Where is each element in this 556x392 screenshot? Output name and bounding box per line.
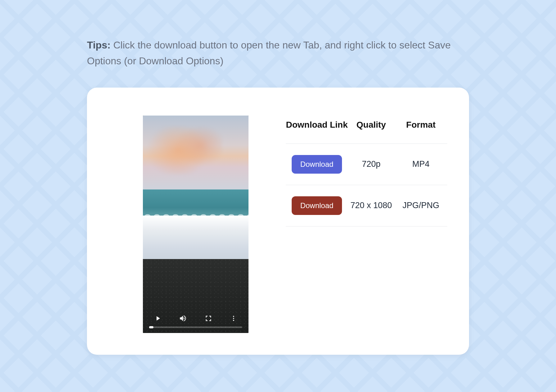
video-controls-row — [147, 313, 244, 323]
page-content: Tips: Click the download button to open … — [0, 0, 556, 373]
download-button[interactable]: Download — [292, 155, 342, 174]
more-icon[interactable] — [229, 313, 239, 323]
svg-point-1 — [233, 318, 234, 319]
tips-label: Tips: — [87, 39, 111, 51]
table-row: Download 720 x 1080 JPG/PNG — [286, 185, 447, 226]
thumbnail-cloud — [148, 126, 222, 174]
video-controls — [147, 308, 244, 328]
thumbnail-foam — [143, 216, 248, 263]
tips-text: Click the download button to open the ne… — [87, 39, 451, 66]
format-value: MP4 — [394, 159, 447, 169]
video-progress-bar[interactable] — [149, 326, 242, 328]
col-header-format: Format — [394, 119, 447, 131]
volume-icon[interactable] — [178, 313, 188, 323]
video-preview[interactable] — [143, 116, 248, 333]
quality-value: 720 x 1080 — [348, 201, 394, 210]
fullscreen-icon[interactable] — [203, 313, 213, 323]
col-header-quality: Quality — [348, 119, 394, 131]
svg-point-0 — [233, 316, 234, 317]
download-button[interactable]: Download — [292, 196, 342, 215]
play-icon[interactable] — [153, 313, 163, 323]
tips-paragraph: Tips: Click the download button to open … — [87, 37, 469, 69]
table-row: Download 720p MP4 — [286, 144, 447, 185]
quality-value: 720p — [348, 159, 394, 169]
download-table: Download Link Quality Format Download 72… — [286, 119, 447, 226]
video-progress-knob — [149, 326, 153, 328]
table-header-row: Download Link Quality Format — [286, 119, 447, 144]
format-value: JPG/PNG — [394, 201, 447, 210]
col-header-link: Download Link — [286, 119, 348, 131]
svg-point-2 — [233, 320, 234, 321]
result-card: Download Link Quality Format Download 72… — [87, 88, 469, 355]
